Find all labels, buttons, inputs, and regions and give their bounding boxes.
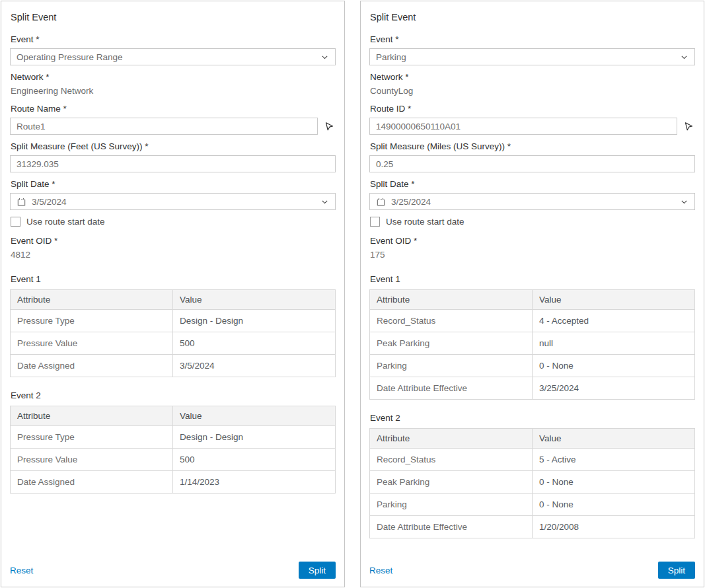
chevron-down-icon: [680, 198, 688, 206]
split-date-value: 3/25/2024: [391, 197, 680, 207]
attribute-column-header: Attribute: [370, 429, 533, 449]
value-column-header: Value: [533, 290, 695, 310]
value-cell: 1/20/2008: [533, 516, 695, 538]
event-select[interactable]: Parking: [369, 48, 695, 65]
event2-heading: Event 2: [370, 413, 695, 423]
value-cell: null: [533, 332, 695, 355]
value-cell: 3/25/2024: [533, 377, 695, 400]
attribute-cell: Pressure Type: [11, 426, 173, 449]
split-button[interactable]: Split: [299, 562, 336, 579]
table-row: Parking 0 - None: [370, 355, 695, 377]
event-oid-value: 4812: [11, 250, 336, 260]
attribute-cell: Pressure Value: [11, 332, 173, 355]
page-title: Split Event: [11, 12, 336, 22]
attribute-cell: Parking: [370, 355, 533, 377]
attribute-cell: Pressure Value: [11, 449, 173, 471]
network-label: Network *: [370, 72, 695, 82]
attribute-cell: Date Assigned: [11, 355, 173, 377]
event-oid-value: 175: [370, 250, 695, 260]
table-row: Date Attribute Effective 3/25/2024: [370, 377, 695, 400]
table-row: Record_Status 5 - Active: [370, 449, 695, 471]
value-cell: 1/14/2023: [173, 471, 336, 494]
event1-heading: Event 1: [370, 274, 695, 284]
attribute-cell: Record_Status: [370, 310, 533, 332]
table-row: Peak Parking 0 - None: [370, 471, 695, 494]
table-row: Peak Parking null: [370, 332, 695, 355]
event-label: Event *: [370, 34, 695, 44]
event2-heading: Event 2: [11, 390, 336, 400]
value-cell: Design - Design: [173, 310, 336, 332]
location-pointer-icon[interactable]: [322, 120, 336, 133]
value-cell: 5 - Active: [533, 449, 695, 471]
attribute-cell: Date Assigned: [11, 471, 173, 494]
measure-input[interactable]: [369, 155, 695, 172]
attribute-column-header: Attribute: [11, 290, 173, 310]
split-event-panel-right: Split Event Event * Parking Network * Co…: [360, 1, 704, 587]
network-label: Network *: [11, 72, 336, 82]
table-row: Date Assigned 1/14/2023: [11, 471, 336, 494]
event-select[interactable]: Operating Pressure Range: [10, 48, 336, 65]
event-select-value: Operating Pressure Range: [17, 52, 320, 62]
value-cell: 3/5/2024: [173, 355, 336, 377]
network-value: Engineering Network: [11, 86, 336, 96]
event1-table: Attribute Value Pressure Type Design - D…: [10, 289, 336, 377]
attribute-cell: Date Attribute Effective: [370, 516, 533, 538]
split-date-value: 3/5/2024: [32, 197, 320, 207]
split-button[interactable]: Split: [658, 562, 695, 579]
value-cell: 0 - None: [533, 355, 695, 377]
attribute-cell: Date Attribute Effective: [370, 377, 533, 400]
measure-label: Split Measure (Feet (US Survey)) *: [11, 141, 336, 151]
use-route-start-date-checkbox[interactable]: [11, 217, 20, 227]
attribute-cell: Pressure Type: [11, 310, 173, 332]
location-pointer-icon[interactable]: [682, 120, 695, 133]
value-cell: 500: [173, 332, 336, 355]
calendar-icon: [376, 197, 386, 207]
event1-table: Attribute Value Record_Status 4 - Accept…: [369, 289, 695, 400]
event-label: Event *: [11, 34, 336, 44]
table-header-row: Attribute Value: [370, 429, 695, 449]
split-event-panel-left: Split Event Event * Operating Pressure R…: [1, 1, 345, 587]
attribute-column-header: Attribute: [370, 290, 533, 310]
use-route-start-date-label: Use route start date: [386, 217, 464, 227]
use-route-start-date-checkbox[interactable]: [370, 217, 380, 227]
reset-button[interactable]: Reset: [10, 566, 33, 575]
table-row: Pressure Value 500: [11, 449, 336, 471]
table-header-row: Attribute Value: [370, 290, 695, 310]
value-column-header: Value: [173, 406, 336, 426]
table-row: Pressure Type Design - Design: [11, 426, 336, 449]
attribute-cell: Peak Parking: [370, 471, 533, 494]
route-input[interactable]: [10, 118, 318, 135]
page-title: Split Event: [370, 12, 695, 22]
event-oid-label: Event OID *: [11, 236, 336, 246]
event-select-value: Parking: [376, 52, 680, 62]
event-oid-label: Event OID *: [370, 236, 695, 246]
event1-heading: Event 1: [11, 274, 336, 284]
table-row: Parking 0 - None: [370, 494, 695, 516]
attribute-cell: Parking: [370, 494, 533, 516]
table-row: Date Attribute Effective 1/20/2008: [370, 516, 695, 538]
split-date-label: Split Date *: [11, 179, 336, 189]
value-cell: 500: [173, 449, 336, 471]
reset-button[interactable]: Reset: [369, 566, 392, 575]
chevron-down-icon: [320, 53, 329, 61]
split-date-label: Split Date *: [370, 179, 695, 189]
split-date-picker[interactable]: 3/5/2024: [10, 193, 336, 210]
value-column-header: Value: [173, 290, 336, 310]
event2-table: Attribute Value Record_Status 5 - Active…: [369, 428, 695, 538]
chevron-down-icon: [320, 198, 329, 206]
attribute-cell: Record_Status: [370, 449, 533, 471]
calendar-icon: [17, 197, 26, 207]
table-header-row: Attribute Value: [11, 406, 336, 426]
value-cell: 0 - None: [533, 494, 695, 516]
split-date-picker[interactable]: 3/25/2024: [369, 193, 695, 210]
value-cell: Design - Design: [173, 426, 336, 449]
attribute-column-header: Attribute: [11, 406, 173, 426]
table-row: Pressure Value 500: [11, 332, 336, 355]
event2-table: Attribute Value Pressure Type Design - D…: [10, 406, 336, 494]
route-input[interactable]: [369, 118, 677, 135]
use-route-start-date-label: Use route start date: [26, 217, 105, 227]
value-cell: 4 - Accepted: [533, 310, 695, 332]
value-column-header: Value: [533, 429, 695, 449]
table-row: Date Assigned 3/5/2024: [11, 355, 336, 377]
measure-input[interactable]: [10, 155, 336, 172]
